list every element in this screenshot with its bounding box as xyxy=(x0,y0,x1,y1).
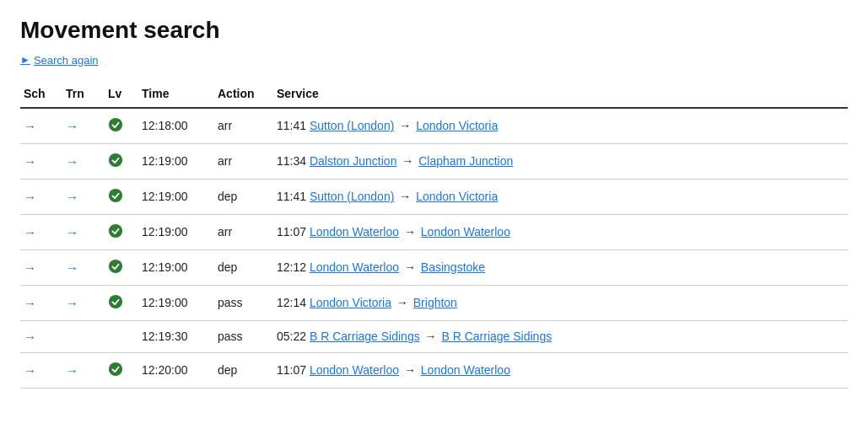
lv-cell xyxy=(105,285,138,320)
service-arrow-icon: → xyxy=(401,225,419,239)
trn-cell: → xyxy=(62,179,105,214)
service-to-link[interactable]: London Victoria xyxy=(416,190,498,203)
sch-arrow-link[interactable]: → xyxy=(24,190,36,204)
service-from-link[interactable]: London Victoria xyxy=(310,296,391,309)
time-cell: 12:19:30 xyxy=(138,320,214,352)
service-from-link[interactable]: Dalston Junction xyxy=(310,154,397,168)
service-to-link[interactable]: London Waterloo xyxy=(421,225,510,239)
table-row: →→12:19:00dep11:41 Sutton (London) → Lon… xyxy=(20,179,848,214)
service-to-link[interactable]: B R Carriage Sidings xyxy=(441,330,552,343)
service-from-link[interactable]: Sutton (London) xyxy=(310,190,394,203)
trn-cell: → xyxy=(62,249,105,285)
service-from-link[interactable]: B R Carriage Sidings xyxy=(310,330,420,343)
trn-arrow-link[interactable]: → xyxy=(66,225,78,239)
sch-cell: → xyxy=(20,108,62,144)
service-from-link[interactable]: London Waterloo xyxy=(310,363,399,377)
service-cell: 11:41 Sutton (London) → London Victoria xyxy=(273,108,848,144)
trn-cell: → xyxy=(62,143,105,179)
svg-point-5 xyxy=(109,294,122,308)
sch-arrow-link[interactable]: → xyxy=(24,119,36,133)
col-header-trn: Trn xyxy=(62,80,105,108)
sch-cell: → xyxy=(20,143,62,179)
table-row: →→12:20:00dep11:07 London Waterloo → Lon… xyxy=(20,352,848,388)
time-cell: 12:19:00 xyxy=(138,249,214,285)
service-from-link[interactable]: London Waterloo xyxy=(310,225,399,239)
service-to-link[interactable]: London Victoria xyxy=(416,119,498,132)
service-cell: 05:22 B R Carriage Sidings → B R Carriag… xyxy=(273,320,848,352)
lv-cell xyxy=(105,320,138,352)
sch-cell: → xyxy=(20,249,62,285)
svg-point-4 xyxy=(109,259,122,272)
service-time: 12:12 xyxy=(277,260,310,274)
service-from-link[interactable]: London Waterloo xyxy=(310,260,399,274)
sch-arrow-link[interactable]: → xyxy=(24,330,36,344)
sch-cell: → xyxy=(20,285,62,320)
action-cell: dep xyxy=(214,352,273,388)
service-to-link[interactable]: London Waterloo xyxy=(421,363,510,377)
check-circle-icon xyxy=(108,362,123,377)
trn-arrow-link[interactable]: → xyxy=(66,190,78,204)
sch-arrow-link[interactable]: → xyxy=(24,260,36,275)
table-header-row: Sch Trn Lv Time Action Service xyxy=(20,80,848,108)
service-cell: 12:12 London Waterloo → Basingstoke xyxy=(273,249,848,285)
trn-arrow-link[interactable]: → xyxy=(66,154,78,169)
col-header-sch: Sch xyxy=(20,80,62,108)
trn-cell: → xyxy=(62,214,105,249)
action-cell: dep xyxy=(214,249,273,285)
sch-arrow-link[interactable]: → xyxy=(24,363,36,378)
service-cell: 11:34 Dalston Junction → Clapham Junctio… xyxy=(273,143,848,179)
sch-arrow-link[interactable]: → xyxy=(24,154,36,169)
service-arrow-icon: → xyxy=(393,296,412,309)
sch-cell: → xyxy=(20,352,62,388)
trn-arrow-link[interactable]: → xyxy=(66,296,78,310)
check-circle-icon xyxy=(108,117,123,132)
action-cell: arr xyxy=(214,143,273,179)
service-cell: 11:07 London Waterloo → London Waterloo xyxy=(273,352,848,388)
service-arrow-icon: → xyxy=(401,363,419,377)
service-from-link[interactable]: Sutton (London) xyxy=(310,119,394,132)
col-header-time: Time xyxy=(138,80,214,108)
service-arrow-icon: → xyxy=(422,330,440,343)
service-time: 11:07 xyxy=(277,225,310,239)
trn-arrow-link[interactable]: → xyxy=(66,119,78,133)
time-cell: 12:19:00 xyxy=(138,179,214,214)
service-arrow-icon: → xyxy=(398,154,417,168)
trn-cell xyxy=(62,320,105,352)
service-time: 12:14 xyxy=(277,296,310,309)
service-cell: 11:07 London Waterloo → London Waterloo xyxy=(273,214,848,249)
movement-table: Sch Trn Lv Time Action Service →→12:18:0… xyxy=(20,80,848,389)
service-to-link[interactable]: Clapham Junction xyxy=(418,154,513,168)
sch-arrow-link[interactable]: → xyxy=(24,296,36,310)
check-circle-icon xyxy=(108,294,123,309)
service-time: 11:07 xyxy=(277,363,310,377)
sch-cell: → xyxy=(20,179,62,214)
service-arrow-icon: → xyxy=(396,119,414,132)
action-cell: pass xyxy=(214,285,273,320)
lv-cell xyxy=(105,179,138,214)
trn-arrow-link[interactable]: → xyxy=(66,363,78,378)
service-to-link[interactable]: Basingstoke xyxy=(421,260,485,274)
service-cell: 12:14 London Victoria → Brighton xyxy=(273,285,848,320)
svg-point-3 xyxy=(109,223,122,237)
service-arrow-icon: → xyxy=(396,190,414,203)
check-circle-icon xyxy=(108,153,123,168)
sch-arrow-link[interactable]: → xyxy=(24,225,36,239)
search-again-link[interactable]: ► Search again xyxy=(20,54,99,67)
trn-cell: → xyxy=(62,285,105,320)
col-header-service: Service xyxy=(273,80,848,108)
time-cell: 12:20:00 xyxy=(138,352,214,388)
lv-cell xyxy=(105,143,138,179)
service-time: 05:22 xyxy=(277,330,310,343)
lv-cell xyxy=(105,249,138,285)
check-circle-icon xyxy=(108,188,123,203)
lv-cell xyxy=(105,214,138,249)
sch-cell: → xyxy=(20,214,62,249)
time-cell: 12:19:00 xyxy=(138,143,214,179)
service-to-link[interactable]: Brighton xyxy=(413,296,457,309)
trn-arrow-link[interactable]: → xyxy=(66,260,78,275)
action-cell: arr xyxy=(214,214,273,249)
svg-point-2 xyxy=(109,188,122,201)
service-time: 11:34 xyxy=(277,154,310,168)
svg-point-0 xyxy=(109,117,122,131)
table-row: →12:19:30pass05:22 B R Carriage Sidings … xyxy=(20,320,848,352)
